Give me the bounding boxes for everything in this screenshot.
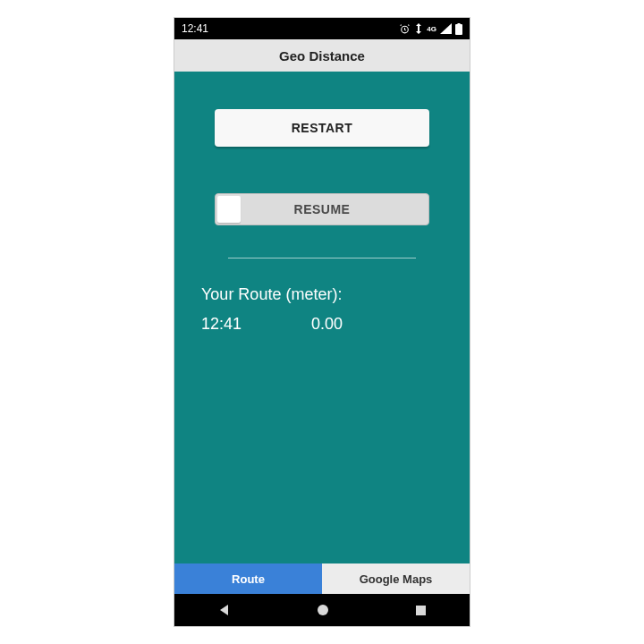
back-icon[interactable] [217,603,232,617]
battery-icon [455,23,462,35]
tab-route[interactable]: Route [174,564,322,594]
main-content: RESTART RESUME Your Route (meter): 12:41… [174,72,470,564]
restart-label: RESTART [292,121,353,135]
status-time: 12:41 [182,22,208,35]
resume-toggle[interactable]: RESUME [215,193,429,225]
route-row: 12:41 0.00 [194,315,450,334]
alarm-icon [399,23,411,35]
resume-label: RESUME [294,202,351,216]
app-title: Geo Distance [279,48,365,64]
svg-rect-2 [458,23,461,25]
recent-icon[interactable] [415,605,427,616]
restart-button[interactable]: RESTART [215,109,429,147]
tab-bar: Route Google Maps [174,564,470,594]
title-bar: Geo Distance [174,39,470,72]
home-icon[interactable] [317,604,329,616]
status-icons: 4G [399,23,462,35]
tab-maps-label: Google Maps [360,572,433,586]
status-bar: 12:41 4G [174,18,470,39]
toggle-thumb [217,196,241,223]
tab-route-label: Route [232,572,265,586]
network-label: 4G [427,25,436,33]
svg-rect-4 [416,606,426,615]
route-distance: 0.00 [311,315,343,334]
divider [228,258,416,258]
android-nav-bar [174,594,470,626]
route-label: Your Route (meter): [194,285,450,304]
svg-rect-1 [455,24,462,35]
signal-icon [440,23,452,34]
phone-frame: 12:41 4G Geo Distance RESTART RESUME You… [174,18,470,626]
svg-point-3 [318,605,328,615]
tab-maps[interactable]: Google Maps [322,564,470,594]
sync-icon [414,23,423,34]
route-time: 12:41 [201,315,242,334]
